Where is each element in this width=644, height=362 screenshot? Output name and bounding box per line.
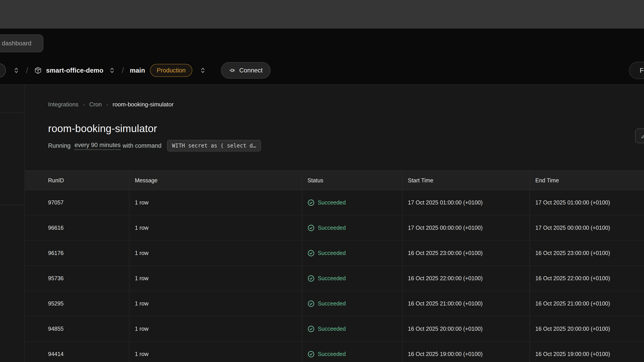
start-time-cell: 17 Oct 2025 01:00:00 (+0100) — [402, 190, 530, 215]
runs-table: RunID Message Status Start Time End Time… — [25, 170, 644, 362]
status-badge: Succeeded — [318, 326, 346, 332]
table-row[interactable]: 97057 1 row Succeeded 17 Oct 2025 01:00:… — [25, 190, 644, 215]
plug-icon — [229, 67, 236, 74]
connect-label: Connect — [239, 67, 262, 74]
command-snippet[interactable]: WITH secret as ( select d… — [167, 140, 261, 151]
browser-tab-dashboard[interactable]: dashboard — [0, 34, 44, 52]
connect-button[interactable]: Connect — [221, 62, 270, 79]
feedback-button[interactable]: Feedback — [629, 62, 644, 79]
check-circle-icon — [308, 351, 314, 358]
start-time-cell: 16 Oct 2025 21:00:00 (+0100) — [402, 291, 530, 316]
column-header-runid[interactable]: RunID — [25, 171, 130, 190]
content-area: Integrations › Cron › room-booking-simul… — [0, 84, 644, 362]
status-badge: Succeeded — [318, 300, 346, 307]
end-time-cell: 16 Oct 2025 21:00:00 (+0100) — [530, 291, 644, 316]
message-cell: 1 row — [130, 241, 302, 266]
breadcrumb: Integrations › Cron › room-booking-simul… — [48, 101, 174, 108]
table-row[interactable]: 94414 1 row Succeeded 16 Oct 2025 19:00:… — [25, 342, 644, 362]
status-badge: Succeeded — [318, 250, 346, 256]
end-time-cell: 16 Oct 2025 22:00:00 (+0100) — [530, 266, 644, 291]
status-cell: Succeeded — [302, 266, 402, 291]
check-circle-icon — [308, 199, 314, 206]
check-circle-icon — [308, 275, 314, 282]
run-id-cell: 94855 — [25, 317, 130, 341]
browser-tab-label: dashboard — [2, 40, 31, 47]
workspace-avatar[interactable] — [0, 63, 6, 77]
status-badge: Succeeded — [318, 275, 346, 282]
message-cell: 1 row — [130, 190, 302, 215]
status-cell: Succeeded — [302, 317, 402, 341]
check-circle-icon — [308, 325, 314, 333]
column-header-end-time[interactable]: End Time — [530, 171, 644, 190]
breadcrumb-chevron-icon: › — [106, 101, 108, 108]
status-cell: Succeeded — [302, 215, 402, 240]
branch-name[interactable]: main — [130, 67, 145, 74]
table-row[interactable]: 95736 1 row Succeeded 16 Oct 2025 22:00:… — [25, 266, 644, 291]
run-id-cell: 94414 — [25, 342, 130, 362]
column-header-status[interactable]: Status — [302, 171, 402, 190]
message-cell: 1 row — [130, 215, 302, 240]
check-circle-icon — [308, 250, 314, 257]
sidebar-rail — [0, 85, 24, 362]
table-row[interactable]: 95295 1 row Succeeded 16 Oct 2025 21:00:… — [25, 291, 644, 317]
check-circle-icon — [308, 224, 314, 232]
message-cell: 1 row — [130, 291, 302, 316]
page-subtitle: Running every 90 minutes with command WI… — [48, 140, 261, 151]
start-time-cell: 16 Oct 2025 22:00:00 (+0100) — [402, 266, 530, 291]
subtitle-prefix: Running — [48, 142, 71, 149]
table-body: 97057 1 row Succeeded 17 Oct 2025 01:00:… — [25, 190, 644, 362]
main-panel: Integrations › Cron › room-booking-simul… — [25, 85, 644, 362]
edit-cron-button[interactable] — [635, 128, 644, 143]
breadcrumb-chevron-icon: › — [83, 101, 85, 108]
status-cell: Succeeded — [302, 241, 402, 266]
breadcrumb-current: room-booking-simulator — [112, 101, 174, 108]
feedback-label: Feedback — [640, 67, 644, 74]
status-cell: Succeeded — [302, 190, 402, 215]
message-cell: 1 row — [130, 317, 302, 341]
status-badge: Succeeded — [318, 199, 346, 206]
workspace-selector-icon[interactable] — [12, 67, 20, 74]
breadcrumb-integrations[interactable]: Integrations — [48, 101, 78, 108]
check-circle-icon — [308, 300, 314, 307]
message-cell: 1 row — [130, 266, 302, 291]
nav-slash-separator: / — [26, 66, 28, 75]
column-header-start-time[interactable]: Start Time — [402, 171, 530, 190]
breadcrumb-cron[interactable]: Cron — [89, 101, 102, 108]
database-selector-icon[interactable] — [108, 67, 116, 74]
pencil-icon — [640, 132, 644, 139]
message-cell: 1 row — [130, 342, 302, 362]
page-title: room-booking-simulator — [48, 122, 157, 134]
end-time-cell: 16 Oct 2025 23:00:00 (+0100) — [530, 241, 644, 266]
table-row[interactable]: 96616 1 row Succeeded 17 Oct 2025 00:00:… — [25, 215, 644, 241]
table-header-row: RunID Message Status Start Time End Time — [25, 170, 644, 190]
top-navbar: / smart-office-demo / main Production Co… — [0, 56, 644, 84]
table-row[interactable]: 94855 1 row Succeeded 16 Oct 2025 20:00:… — [25, 317, 644, 342]
window-titlebar — [0, 0, 644, 28]
start-time-cell: 17 Oct 2025 00:00:00 (+0100) — [402, 215, 530, 240]
end-time-cell: 17 Oct 2025 00:00:00 (+0100) — [530, 215, 644, 240]
schedule-text[interactable]: every 90 minutes — [75, 142, 121, 150]
database-cube-icon — [34, 66, 42, 74]
database-name[interactable]: smart-office-demo — [46, 67, 103, 74]
sidebar-divider — [0, 205, 24, 205]
end-time-cell: 17 Oct 2025 01:00:00 (+0100) — [530, 190, 644, 215]
sidebar-divider — [0, 112, 24, 113]
table-row[interactable]: 96176 1 row Succeeded 16 Oct 2025 23:00:… — [25, 241, 644, 266]
status-cell: Succeeded — [302, 291, 402, 316]
status-badge: Succeeded — [318, 225, 346, 231]
start-time-cell: 16 Oct 2025 23:00:00 (+0100) — [402, 241, 530, 266]
run-id-cell: 95736 — [25, 266, 130, 291]
branch-selector-icon[interactable] — [199, 67, 206, 74]
run-id-cell: 96176 — [25, 241, 130, 266]
run-id-cell: 96616 — [25, 215, 130, 240]
column-header-message[interactable]: Message — [130, 171, 302, 190]
run-id-cell: 95295 — [25, 291, 130, 316]
nav-slash-separator: / — [122, 66, 124, 75]
status-cell: Succeeded — [302, 342, 402, 362]
production-badge: Production — [150, 64, 192, 77]
end-time-cell: 16 Oct 2025 19:00:00 (+0100) — [530, 342, 644, 362]
subtitle-suffix: with command — [122, 142, 162, 149]
start-time-cell: 16 Oct 2025 19:00:00 (+0100) — [402, 342, 530, 362]
start-time-cell: 16 Oct 2025 20:00:00 (+0100) — [402, 317, 530, 341]
run-id-cell: 97057 — [25, 190, 130, 215]
